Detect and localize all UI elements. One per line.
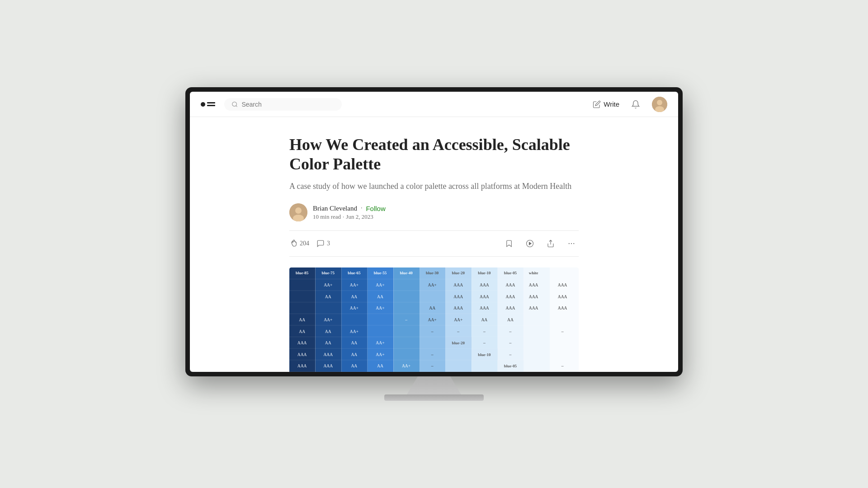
svg-text:–: –: [483, 341, 486, 346]
notifications-button[interactable]: [628, 97, 643, 112]
author-name: Brian Cleveland: [313, 205, 357, 212]
svg-text:AAA: AAA: [558, 306, 567, 311]
svg-text:AAA: AAA: [453, 283, 463, 288]
author-row: Brian Cleveland · Follow 10 min read · J…: [289, 203, 579, 221]
claps-count: 204: [300, 240, 309, 247]
svg-text:AAA: AAA: [453, 294, 463, 299]
svg-text:–: –: [561, 329, 564, 334]
svg-text:AA+: AA+: [324, 283, 332, 288]
action-bar: 204 3: [289, 230, 579, 257]
article-subtitle: A case study of how we launched a color …: [289, 180, 579, 192]
svg-text:blue-10: blue-10: [478, 271, 491, 276]
svg-text:AA+: AA+: [376, 341, 384, 346]
svg-text:–: –: [509, 341, 512, 346]
more-button[interactable]: [564, 236, 579, 251]
svg-text:–: –: [509, 329, 512, 334]
svg-point-3: [657, 100, 662, 105]
color-palette-chart: blue-85 blue-75 blue-65 blue-55 blue-40 …: [289, 267, 579, 372]
svg-text:AA: AA: [377, 364, 383, 369]
svg-text:AA+: AA+: [428, 283, 437, 288]
svg-text:AA: AA: [299, 317, 305, 322]
monitor-stand: [407, 376, 461, 394]
svg-line-1: [236, 105, 237, 107]
svg-text:–: –: [431, 364, 434, 369]
svg-text:AAA: AAA: [297, 352, 307, 357]
svg-text:AAA: AAA: [529, 306, 538, 311]
svg-text:AA+: AA+: [428, 317, 437, 322]
svg-point-0: [232, 102, 237, 106]
svg-text:AA+: AA+: [350, 329, 359, 334]
svg-text:AA: AA: [377, 294, 383, 299]
svg-text:AA+: AA+: [376, 283, 384, 288]
article-meta: 10 min read · Jun 2, 2023: [313, 213, 386, 221]
svg-text:–: –: [405, 317, 407, 322]
comments-action[interactable]: 3: [316, 239, 330, 248]
bookmark-icon: [505, 239, 513, 248]
svg-text:–: –: [431, 352, 434, 357]
author-info: Brian Cleveland · Follow 10 min read · J…: [313, 205, 386, 221]
svg-text:AAA: AAA: [558, 283, 567, 288]
svg-text:blue-65: blue-65: [348, 271, 361, 276]
svg-text:AA: AA: [351, 352, 357, 357]
svg-text:–: –: [431, 329, 434, 334]
svg-text:AAA: AAA: [558, 294, 567, 299]
svg-point-12: [571, 243, 572, 244]
svg-text:AAA: AAA: [323, 364, 333, 369]
svg-text:AAA: AAA: [480, 306, 489, 311]
dot-separator: ·: [361, 205, 363, 212]
svg-text:AA: AA: [325, 329, 331, 334]
svg-text:blue-10: blue-10: [478, 352, 491, 357]
medium-logo[interactable]: [201, 102, 215, 107]
svg-text:blue-05: blue-05: [504, 271, 517, 276]
svg-text:AA: AA: [351, 294, 357, 299]
author-avatar: [289, 203, 307, 221]
share-button[interactable]: [543, 236, 558, 251]
svg-text:AA: AA: [507, 317, 514, 322]
meta-dot: ·: [343, 213, 344, 221]
svg-text:blue-05: blue-05: [504, 364, 517, 369]
save-button[interactable]: [502, 236, 516, 251]
svg-text:AAA: AAA: [529, 294, 538, 299]
svg-text:AA+: AA+: [376, 352, 384, 357]
svg-text:AAA: AAA: [453, 306, 463, 311]
svg-text:AA+: AA+: [376, 306, 384, 311]
user-avatar[interactable]: [652, 97, 667, 112]
svg-text:blue-30: blue-30: [426, 271, 439, 276]
svg-text:blue-40: blue-40: [400, 271, 413, 276]
svg-text:AAA: AAA: [506, 283, 515, 288]
svg-text:AA: AA: [481, 317, 487, 322]
svg-point-11: [569, 243, 570, 244]
author-name-row: Brian Cleveland · Follow: [313, 205, 386, 212]
svg-text:AA: AA: [429, 306, 435, 311]
svg-text:AA: AA: [325, 294, 331, 299]
svg-text:AA+: AA+: [402, 364, 410, 369]
svg-text:AAA: AAA: [506, 294, 515, 299]
search-container[interactable]: [224, 98, 342, 111]
follow-button[interactable]: Follow: [366, 205, 385, 212]
nav-right: Write: [593, 97, 667, 112]
svg-text:–: –: [509, 352, 512, 357]
svg-text:AA: AA: [351, 364, 357, 369]
svg-text:AAA: AAA: [529, 283, 538, 288]
write-button[interactable]: Write: [593, 100, 619, 108]
navbar: Write: [190, 92, 678, 117]
search-input[interactable]: [241, 101, 335, 108]
svg-text:AAA: AAA: [297, 364, 307, 369]
svg-text:AA+: AA+: [324, 317, 332, 322]
svg-text:–: –: [561, 364, 564, 369]
svg-text:blue-55: blue-55: [374, 271, 387, 276]
svg-text:AA: AA: [351, 341, 357, 346]
action-left: 204 3: [289, 239, 330, 248]
play-icon: [526, 239, 534, 248]
share-icon: [547, 239, 555, 248]
search-icon: [231, 101, 238, 108]
svg-text:AA: AA: [325, 341, 331, 346]
svg-text:–: –: [483, 329, 486, 334]
claps-action[interactable]: 204: [289, 239, 309, 248]
write-icon: [593, 100, 601, 108]
read-time: 10 min read: [313, 213, 341, 221]
play-button[interactable]: [523, 236, 537, 251]
svg-text:AA: AA: [299, 329, 305, 334]
svg-text:blue-75: blue-75: [322, 271, 335, 276]
svg-text:AAA: AAA: [506, 306, 515, 311]
